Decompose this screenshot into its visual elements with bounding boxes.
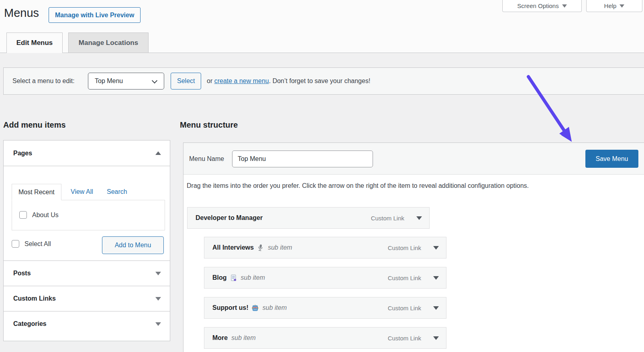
tab-most-recent[interactable]: Most Recent: [12, 184, 61, 200]
screen-options-label: Screen Options: [517, 2, 558, 9]
item-options-arrow-icon[interactable]: [433, 246, 439, 250]
select-all-row: Select All: [12, 240, 51, 248]
or-label: or: [207, 77, 214, 84]
menu-item-support-us[interactable]: Support us! sub item Custom Link: [204, 297, 446, 319]
menu-item-type: Custom Link: [371, 215, 404, 222]
item-options-arrow-icon[interactable]: [416, 216, 422, 220]
menu-structure-header: Menu Name Save Menu: [183, 143, 644, 175]
manage-live-preview-button[interactable]: Manage with Live Preview: [49, 7, 141, 23]
save-menu-button[interactable]: Save Menu: [585, 150, 638, 168]
menu-select-dropdown[interactable]: Top Menu: [88, 73, 164, 90]
menu-item-type: Custom Link: [388, 275, 421, 281]
menu-item-type: Custom Link: [388, 244, 421, 251]
tab-manage-locations[interactable]: Manage Locations: [68, 33, 149, 53]
custom-links-panel-title: Custom Links: [13, 295, 56, 302]
expand-arrow-icon[interactable]: [155, 272, 161, 275]
menu-item-type: Custom Link: [388, 305, 421, 311]
accordion-categories-header[interactable]: Categories: [4, 311, 170, 336]
help-label: Help: [604, 2, 617, 9]
screen-options-button[interactable]: Screen Options: [502, 0, 582, 12]
selected-menu-value: Top Menu: [95, 77, 123, 84]
robot-icon: [251, 304, 259, 312]
select-button[interactable]: Select: [171, 73, 201, 90]
about-us-label: About Us: [32, 212, 59, 219]
pages-checklist: About Us: [12, 200, 165, 230]
posts-panel-title: Posts: [13, 270, 31, 277]
menu-item-developer-to-manager[interactable]: Developer to Manager Custom Link: [187, 207, 430, 229]
pages-panel-title: Pages: [13, 150, 32, 157]
page-title: Menus: [4, 6, 39, 20]
menu-item-all-interviews[interactable]: All Interviews sub item Custom Link: [204, 237, 446, 258]
accordion-custom-links-header[interactable]: Custom Links: [4, 286, 170, 311]
menus-admin-page: Menus Manage with Live Preview Screen Op…: [0, 0, 644, 352]
menu-structure-heading: Menu structure: [180, 120, 238, 130]
select-all-label: Select All: [24, 240, 51, 248]
item-options-arrow-icon[interactable]: [433, 306, 439, 310]
select-all-checkbox[interactable]: [12, 240, 19, 248]
menu-name-input[interactable]: [232, 151, 373, 167]
create-new-menu-link[interactable]: create a new menu: [214, 77, 269, 84]
sub-item-badge: sub item: [241, 274, 265, 281]
item-options-arrow-icon[interactable]: [433, 336, 439, 340]
select-menu-label: Select a menu to edit:: [12, 68, 75, 94]
tab-edit-menus[interactable]: Edit Menus: [6, 33, 63, 53]
menu-item-more[interactable]: More sub item Custom Link: [204, 327, 446, 349]
categories-panel-title: Categories: [13, 320, 47, 328]
create-menu-text: or create a new menu. Don’t forget to sa…: [207, 68, 370, 94]
chevron-down-icon: [152, 78, 157, 83]
expand-arrow-icon[interactable]: [155, 297, 161, 301]
menu-item-label: More: [212, 334, 228, 342]
about-us-checkbox[interactable]: [19, 211, 27, 219]
help-button[interactable]: Help: [586, 0, 642, 12]
add-to-menu-button[interactable]: Add to Menu: [102, 236, 164, 254]
collapse-arrow-icon[interactable]: [155, 151, 161, 155]
microphone-icon: [257, 244, 264, 252]
sub-item-badge: sub item: [263, 304, 287, 311]
save-reminder-text: . Don’t forget to save your changes!: [269, 77, 371, 84]
select-menu-bar: Select a menu to edit: Top Menu Select o…: [3, 67, 644, 95]
pages-panel-body: Most Recent View All Search About Us Sel…: [4, 166, 170, 260]
tab-search[interactable]: Search: [107, 188, 127, 195]
chevron-down-icon: [620, 4, 624, 8]
menu-item-label: Developer to Manager: [196, 214, 263, 222]
menu-name-label: Menu Name: [189, 143, 224, 175]
menu-item-label: All Interviews: [212, 244, 254, 251]
accordion-pages-header[interactable]: Pages: [4, 140, 170, 166]
menu-item-label: Blog: [212, 274, 227, 281]
drag-instructions-text: Drag the items into the order you prefer…: [187, 182, 628, 189]
add-menu-items-panel: Pages Most Recent View All Search About …: [3, 140, 170, 341]
menu-item-label: Support us!: [212, 304, 249, 311]
chevron-down-icon: [562, 4, 567, 8]
sub-item-badge: sub item: [268, 244, 292, 251]
tab-view-all[interactable]: View All: [71, 188, 93, 195]
expand-arrow-icon[interactable]: [155, 322, 161, 326]
item-options-arrow-icon[interactable]: [433, 276, 439, 280]
menu-item-blog[interactable]: Blog sub item Custom Link: [204, 267, 446, 289]
add-menu-items-heading: Add menu items: [3, 120, 66, 130]
page-item-about-us: About Us: [19, 211, 59, 219]
sub-item-badge: sub item: [231, 334, 255, 342]
menu-item-type: Custom Link: [388, 335, 421, 342]
document-icon: [230, 274, 237, 282]
accordion-posts-header[interactable]: Posts: [4, 260, 170, 286]
